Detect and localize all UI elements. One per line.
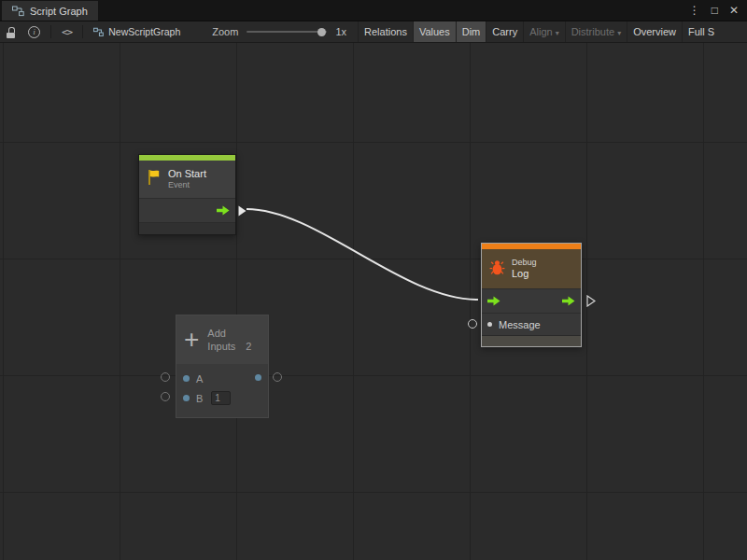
add-node-output-port[interactable] [255, 374, 261, 381]
dim-button[interactable]: Dim [456, 21, 486, 42]
node-on-start[interactable]: On Start Event [138, 154, 236, 235]
on-start-header: On Start Event [139, 161, 235, 198]
code-icon[interactable]: <> [62, 26, 72, 38]
align-button[interactable]: Align ▾ [523, 21, 564, 42]
close-icon[interactable]: ✕ [729, 5, 739, 16]
zoom-value: 1x [335, 26, 346, 37]
toolbar-divider [50, 25, 51, 38]
maximize-icon[interactable]: □ [712, 5, 718, 16]
graph-canvas[interactable]: On Start Event [0, 43, 747, 560]
lock-icon[interactable] [6, 26, 17, 38]
toolbar-divider [82, 25, 83, 38]
flow-output-port[interactable] [217, 203, 230, 219]
message-input-connector[interactable] [468, 319, 477, 329]
add-node-input-count: 2 [246, 340, 251, 353]
debug-category-label: Debug [512, 258, 537, 268]
add-node-title-line1: Add [207, 327, 251, 340]
on-start-title: On Start [168, 168, 206, 181]
add-node-port-rows: A B 1 [176, 364, 268, 417]
fullscreen-button[interactable]: Full S [682, 21, 720, 42]
graph-asset-icon [93, 27, 104, 37]
on-start-port-row [139, 198, 235, 222]
on-start-output-connector[interactable] [238, 203, 247, 220]
add-node-header: + Add Inputs 2 [176, 315, 268, 364]
values-button[interactable]: Values [413, 21, 456, 42]
debug-output-connector[interactable] [586, 294, 596, 311]
add-node-title-line2: Inputs [207, 340, 235, 353]
connection-wire [0, 43, 747, 560]
add-node-row-b: B 1 [176, 388, 268, 408]
chevron-down-icon: ▾ [556, 29, 559, 37]
carry-button[interactable]: Carry [486, 21, 523, 42]
value-port[interactable] [183, 375, 190, 382]
zoom-label: Zoom [212, 26, 238, 37]
debug-log-title: Log [512, 268, 537, 281]
value-port[interactable] [183, 395, 190, 401]
window-controls: ⋮ □ ✕ [689, 0, 747, 21]
add-input-a-connector[interactable] [161, 372, 170, 382]
tab-script-graph[interactable]: Script Graph [2, 1, 98, 21]
row-b-value-field[interactable]: 1 [211, 391, 231, 405]
kebab-menu-icon[interactable]: ⋮ [689, 5, 700, 16]
debug-flow-port-row [482, 288, 581, 313]
titlebar: Script Graph ⋮ □ ✕ [0, 0, 747, 21]
script-graph-window: Script Graph ⋮ □ ✕ i <> NewScriptGraph Z… [0, 0, 747, 560]
wire-path[interactable] [247, 209, 478, 300]
graph-toolbar: i <> NewScriptGraph Zoom 1x Relations Va… [0, 21, 747, 43]
graph-name-breadcrumb[interactable]: NewScriptGraph [93, 26, 180, 37]
debug-log-header: Debug Log [482, 249, 581, 288]
message-port-label: Message [499, 319, 541, 330]
plus-icon: + [184, 327, 199, 353]
bug-icon [488, 259, 506, 280]
debug-log-footer [482, 335, 581, 346]
row-a-label: A [196, 373, 203, 385]
add-output-connector[interactable] [273, 372, 282, 382]
add-input-b-connector[interactable] [161, 392, 170, 401]
chevron-down-icon: ▾ [617, 29, 621, 37]
info-icon[interactable]: i [28, 26, 40, 38]
node-debug-log[interactable]: Debug Log Message [481, 243, 582, 347]
flow-input-port[interactable] [487, 293, 500, 310]
row-b-label: B [196, 393, 203, 404]
debug-message-port-row: Message [482, 313, 581, 335]
script-graph-icon [12, 6, 24, 17]
tab-title: Script Graph [30, 6, 88, 17]
on-start-subtitle: Event [168, 180, 206, 190]
message-port-dot[interactable] [487, 322, 492, 327]
zoom-slider[interactable] [247, 31, 327, 33]
distribute-button[interactable]: Distribute ▾ [565, 21, 627, 42]
flag-icon [146, 168, 162, 190]
overview-button[interactable]: Overview [627, 21, 682, 42]
graph-name-label: NewScriptGraph [108, 26, 180, 37]
toolbar-buttons: Relations Values Dim Carry Align ▾ Distr… [358, 21, 720, 42]
on-start-footer [139, 222, 235, 234]
zoom-slider-handle[interactable] [317, 28, 326, 36]
flow-output-port[interactable] [562, 293, 575, 310]
relations-button[interactable]: Relations [358, 21, 413, 42]
node-add-ghost[interactable]: + Add Inputs 2 A B 1 [176, 315, 269, 418]
